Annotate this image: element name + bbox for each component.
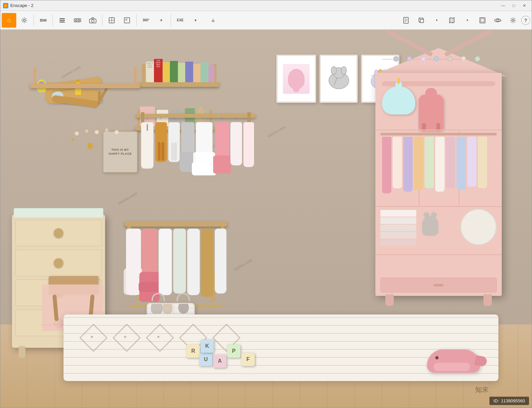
asset-id-badge: ID: 1138095560 <box>489 397 529 405</box>
svg-point-40 <box>75 131 79 135</box>
svg-rect-15 <box>125 19 127 21</box>
top-book-shelf: BABY'S FIRST BOOK THE BEAR WHO RED <box>139 54 219 87</box>
floorplan2-button[interactable] <box>120 13 134 28</box>
toolbar-separator-1 <box>34 14 34 26</box>
svg-point-42 <box>95 130 99 134</box>
floorplan-button[interactable] <box>104 13 119 28</box>
svg-point-33 <box>331 67 336 75</box>
toolbar-separator-5 <box>171 14 171 26</box>
settings-alt-button[interactable] <box>17 13 32 28</box>
minimize-button[interactable]: — <box>498 2 508 9</box>
id-value: 1138095560 <box>501 398 525 403</box>
export-button[interactable]: EXE <box>173 13 188 28</box>
main-window: e Enscape - 2 — □ ✕ ⌂ BIM <box>0 0 532 408</box>
window-title: Enscape - 2 <box>10 3 33 8</box>
svg-point-43 <box>105 128 108 132</box>
svg-rect-21 <box>420 19 424 23</box>
toolbar-separator-4 <box>136 14 137 26</box>
toolbar: ⌂ BIM 360° ▾ EXE ▾ <box>0 11 532 30</box>
title-bar-left: e Enscape - 2 <box>3 3 33 8</box>
toolbar-right: ▾ ▾ ? <box>399 13 530 28</box>
app-icon: e <box>3 3 8 8</box>
map-dropdown[interactable]: ▾ <box>460 13 474 28</box>
export-arrow[interactable]: ▾ <box>188 13 203 28</box>
svg-rect-28 <box>481 19 484 22</box>
toolbar-separator-2 <box>53 14 53 26</box>
documentation-button[interactable] <box>399 13 413 28</box>
scroll-indicator: ▲ <box>210 17 216 24</box>
render-area: znzmo.com znzmo.com znzmo.com znzmo.com … <box>0 30 532 408</box>
maximize-button[interactable]: □ <box>509 2 518 9</box>
svg-point-2 <box>23 19 25 21</box>
svg-point-30 <box>512 19 514 21</box>
settings-button[interactable] <box>506 13 520 28</box>
svg-rect-5 <box>60 22 65 23</box>
id-label: ID: <box>493 398 499 403</box>
help-button[interactable]: ? <box>521 16 530 25</box>
happy-place-text: THIS IS MY HAPPY PLACE <box>106 148 134 156</box>
vr-button[interactable] <box>70 13 85 28</box>
string-lights-wardrobe <box>382 56 495 63</box>
menu-button[interactable] <box>55 13 69 28</box>
camera-button[interactable] <box>85 13 100 28</box>
svg-point-44 <box>115 130 119 134</box>
zhimu-watermark: 知末 <box>475 385 488 394</box>
render-viewport[interactable]: znzmo.com znzmo.com znzmo.com znzmo.com … <box>0 30 532 408</box>
string-lights-left <box>67 126 127 146</box>
layers-button[interactable] <box>475 13 490 28</box>
toolbar-separator-3 <box>102 14 102 26</box>
pink-whale-plush <box>427 349 480 376</box>
visibility-button[interactable] <box>490 13 505 28</box>
svg-rect-27 <box>480 18 485 23</box>
svg-point-8 <box>78 19 80 21</box>
cube-button[interactable] <box>414 13 429 28</box>
svg-point-7 <box>75 19 77 21</box>
svg-point-41 <box>85 129 88 133</box>
high-wall-shelf <box>30 79 140 88</box>
title-bar: e Enscape - 2 — □ ✕ <box>0 0 532 11</box>
svg-text:e: e <box>5 4 7 7</box>
360-arrow[interactable]: ▾ <box>154 13 169 28</box>
svg-point-34 <box>341 67 346 75</box>
svg-rect-3 <box>60 18 65 19</box>
cube-dropdown[interactable]: ▾ <box>429 13 444 28</box>
window-controls: — □ ✕ <box>498 2 529 9</box>
svg-point-29 <box>497 19 499 21</box>
close-button[interactable]: ✕ <box>520 2 529 9</box>
home-button[interactable]: ⌂ <box>2 13 16 28</box>
bim-button[interactable]: BIM <box>36 13 51 28</box>
360-button[interactable]: 360° <box>139 13 153 28</box>
svg-point-10 <box>91 20 94 22</box>
svg-rect-4 <box>60 20 65 21</box>
upper-clothing-rail: ∧ ∧ ∧ ∧ ∧ ∧ ∧ <box>136 112 256 182</box>
wardrobe <box>375 73 502 296</box>
map-button[interactable] <box>445 13 459 28</box>
